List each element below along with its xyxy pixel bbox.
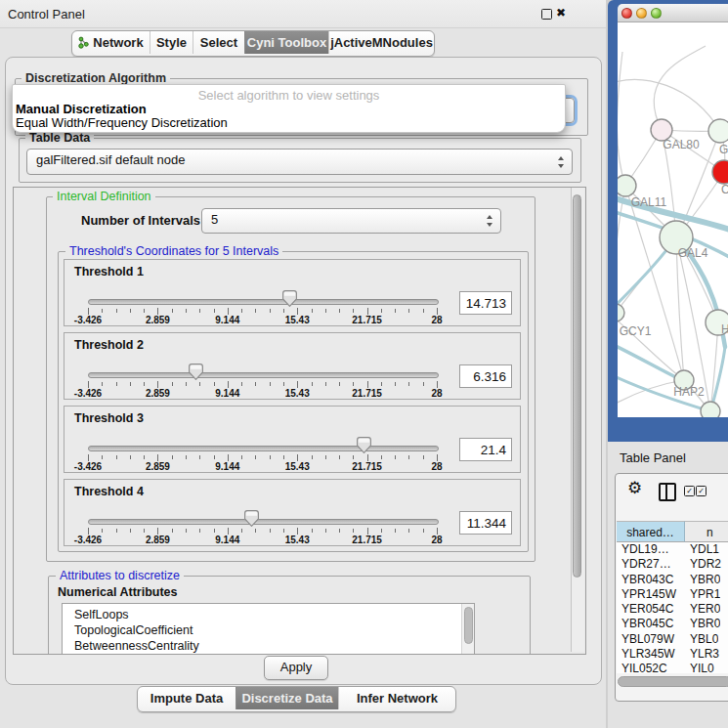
cell-shared-name[interactable]: YDR27… (617, 557, 685, 572)
checkbox-icon[interactable]: ✓ (696, 486, 707, 496)
tab-impute-data[interactable]: Impute Data (138, 687, 236, 709)
table-row[interactable]: YLR345WYLR3 (617, 647, 728, 662)
cell-shared-name[interactable]: YBR045C (617, 617, 685, 631)
slider-track[interactable] (88, 372, 439, 378)
checkbox-icon[interactable]: ✓ (684, 486, 695, 496)
threshold-value-field[interactable]: 21.4 (459, 438, 512, 461)
cell-shared-name[interactable]: YER054C (617, 602, 685, 617)
network-edge[interactable] (654, 46, 706, 130)
zoom-traffic-light[interactable] (651, 8, 662, 19)
cell-shared-name[interactable]: YIL052C (617, 662, 685, 673)
slider-tick-labels: -3.4262.8599.14415.4321.71528 (64, 315, 520, 325)
slider-track[interactable] (88, 446, 439, 451)
tab-label: Impute Data (150, 691, 223, 706)
list-item[interactable]: BetweennessCentrality (63, 638, 474, 654)
table-row[interactable]: YDR27…YDR2 (617, 557, 728, 572)
tick-label: 21.715 (352, 315, 382, 325)
tab-infer-network[interactable]: Infer Network (338, 687, 455, 709)
tab-network[interactable]: Network (72, 31, 150, 54)
slider-handle[interactable] (189, 364, 203, 380)
minimize-traffic-light[interactable] (636, 8, 647, 19)
column-header-name[interactable]: n (685, 521, 728, 542)
table-row[interactable]: YDL19…YDL1 (617, 542, 728, 557)
cell-shared-name[interactable]: YPR145W (617, 587, 685, 602)
tab-discretize-data[interactable]: Discretize Data (236, 687, 338, 709)
table-data-combobox[interactable]: galFiltered.sif default node (26, 149, 573, 175)
slider-track[interactable] (88, 299, 439, 305)
table-panel-title: Table Panel (620, 450, 686, 465)
num-intervals-combobox[interactable]: 5 (201, 208, 501, 234)
list-item[interactable]: TopologicalCoefficient (63, 622, 474, 638)
settings-scroll-area: Interval Definition Number of Intervals … (13, 187, 586, 655)
tick-label: 9.144 (215, 315, 239, 325)
cell-name[interactable]: YIL0 (685, 662, 714, 673)
tab-label: Select (200, 35, 237, 50)
network-edge[interactable] (618, 52, 625, 186)
cell-name[interactable]: YBR0 (685, 573, 720, 587)
slider-handle[interactable] (357, 437, 371, 453)
network-window-titlebar[interactable] (618, 4, 728, 22)
control-panel-titlebar: Control Panel ✖ (0, 0, 606, 28)
column-header-shared[interactable]: shared… (617, 521, 685, 542)
tab-cyni-toolbox[interactable]: Cyni Toolbox (244, 31, 328, 54)
gear-icon[interactable]: ⚙ (627, 478, 642, 498)
node-label: G (719, 143, 728, 156)
cell-name[interactable]: YPR1 (685, 587, 720, 602)
table-rows: YDL19…YDL1YDR27…YDR2YBR043CYBR0YPR145WYP… (617, 542, 728, 673)
network-edge-highlighted[interactable] (618, 343, 684, 381)
cell-name[interactable]: YBR0 (685, 617, 720, 631)
cell-shared-name[interactable]: YBL079W (617, 632, 685, 647)
network-node-c[interactable] (712, 160, 728, 184)
tick-label: -3.426 (74, 535, 102, 545)
cell-shared-name[interactable]: YBR043C (617, 573, 685, 587)
table-row[interactable]: YPR145WYPR1 (617, 587, 728, 602)
tick-label: 15.43 (285, 315, 310, 325)
slider-track[interactable] (88, 519, 439, 525)
list-scrollbar[interactable] (461, 604, 474, 655)
cell-name[interactable]: YER0 (685, 602, 720, 617)
tab-label: Infer Network (357, 691, 438, 706)
cell-name[interactable]: YDL1 (685, 542, 719, 557)
tick-label: 21.715 (352, 388, 382, 399)
network-node[interactable] (701, 402, 720, 417)
network-edge[interactable] (618, 186, 625, 313)
network-node-g[interactable] (708, 119, 728, 143)
close-icon[interactable]: ✖ (556, 6, 566, 20)
network-node-gal11[interactable] (618, 175, 636, 196)
table-row[interactable]: YBR043CYBR0 (617, 573, 728, 587)
tab-style[interactable]: Style (150, 31, 193, 54)
table-row[interactable]: YER054CYER0 (617, 602, 728, 617)
tab-jactivemnodules[interactable]: jActiveMNodules (328, 31, 434, 54)
network-node-gcy1[interactable] (618, 304, 624, 321)
float-window-icon[interactable] (541, 9, 552, 20)
tab-label: Style (156, 35, 187, 50)
close-traffic-light[interactable] (621, 8, 632, 19)
slider-handle[interactable] (244, 510, 259, 527)
list-scrollbar-thumb[interactable] (464, 607, 473, 644)
cell-shared-name[interactable]: YLR345W (617, 647, 685, 662)
cell-name[interactable]: YBL0 (685, 632, 718, 647)
tab-select[interactable]: Select (193, 31, 244, 54)
threshold-value-field[interactable]: 6.316 (459, 364, 512, 388)
cell-name[interactable]: YDR2 (685, 557, 721, 572)
table-row[interactable]: YIL052CYIL0 (617, 662, 728, 673)
threshold-value-field[interactable]: 11.344 (459, 511, 512, 535)
threshold-value-field[interactable]: 14.713 (459, 291, 512, 315)
settings-scrollbar-thumb[interactable] (573, 194, 581, 578)
cell-name[interactable]: YLR3 (685, 647, 719, 662)
columns-icon[interactable] (659, 483, 676, 501)
apply-button[interactable]: Apply (264, 656, 328, 680)
network-canvas[interactable]: GAL80GCGAL11GAL4GCY1HHAP2 (618, 22, 728, 417)
cell-shared-name[interactable]: YDL19… (617, 542, 685, 557)
node-label: GAL11 (631, 195, 667, 209)
table-row[interactable]: YBR045CYBR0 (617, 617, 728, 631)
dropdown-option-equal-width[interactable]: Equal Width/Frequency Discretization (16, 115, 228, 130)
table-hscrollbar-thumb[interactable] (618, 676, 728, 687)
tick-label: 9.144 (215, 461, 239, 472)
tick-label: 2.859 (146, 388, 170, 399)
table-row[interactable]: YBL079WYBL0 (617, 632, 728, 647)
numerical-attributes-list[interactable]: SelfLoopsTopologicalCoefficientBetweenne… (62, 603, 475, 655)
slider-handle[interactable] (282, 290, 297, 307)
dropdown-option-manual[interactable]: Manual Discretization (16, 102, 147, 116)
list-item[interactable]: SelfLoops (63, 607, 474, 622)
